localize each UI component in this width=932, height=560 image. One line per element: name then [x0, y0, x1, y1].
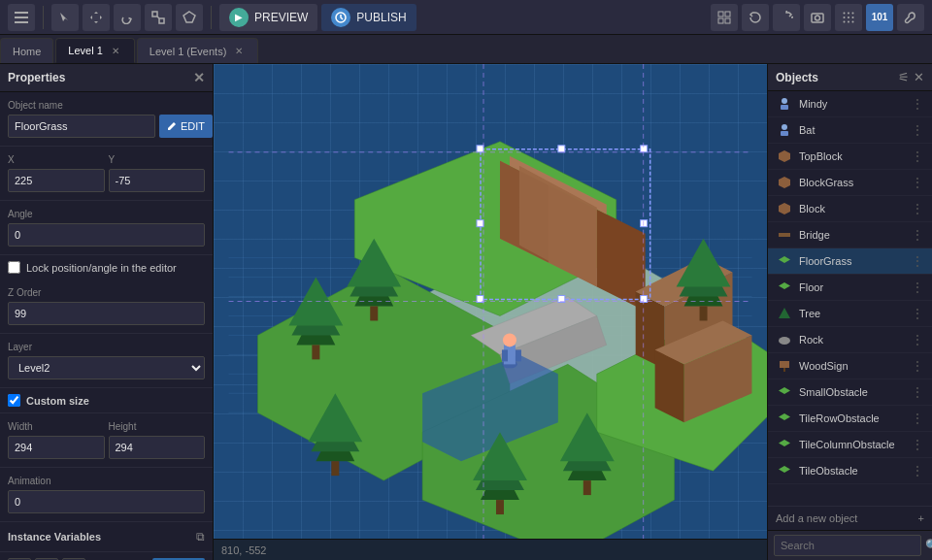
object-menu-icon[interactable]: ⋮ — [911, 96, 924, 112]
object-menu-icon[interactable]: ⋮ — [911, 358, 924, 374]
properties-title: Properties — [8, 71, 65, 84]
coordinates-text: 810, -552 — [221, 544, 266, 556]
list-item[interactable]: Rock⋮ — [768, 327, 932, 353]
object-type-icon — [776, 383, 793, 401]
animation-input[interactable] — [8, 490, 205, 513]
move-tool-icon[interactable] — [83, 4, 110, 31]
object-menu-icon[interactable]: ⋮ — [911, 122, 924, 138]
object-menu-icon[interactable]: ⋮ — [911, 201, 924, 216]
search-input[interactable] — [774, 535, 921, 556]
properties-close[interactable]: ✕ — [193, 70, 205, 85]
object-menu-icon[interactable]: ⋮ — [911, 306, 924, 321]
object-menu-icon[interactable]: ⋮ — [911, 384, 924, 400]
svg-rect-1 — [15, 16, 28, 18]
object-menu-icon[interactable]: ⋮ — [911, 280, 924, 295]
list-item[interactable]: Mindy⋮ — [768, 91, 932, 117]
list-item[interactable]: BlockGrass⋮ — [768, 170, 932, 196]
y-label: Y — [109, 154, 206, 165]
rotate-tool-icon[interactable] — [114, 4, 141, 31]
list-item[interactable]: TileObstacle⋮ — [768, 458, 932, 484]
width-input[interactable] — [8, 436, 105, 459]
custom-size-checkbox[interactable] — [8, 394, 20, 407]
tab-level1[interactable]: Level 1 ✕ — [55, 38, 134, 63]
preview-button[interactable]: ▶ PREVIEW — [219, 4, 317, 31]
objects-panel: Objects ⚟ ✕ Mindy⋮Bat⋮TopBlock⋮BlockGras… — [767, 64, 932, 560]
object-item-name: TileObstacle — [799, 465, 905, 477]
canvas-area[interactable]: 810, -552 — [214, 64, 767, 560]
height-input[interactable] — [109, 436, 206, 459]
redo-icon[interactable] — [773, 4, 800, 31]
list-item[interactable]: Tree⋮ — [768, 301, 932, 327]
object-item-name: TileColumnObstacle — [799, 439, 905, 450]
objects-list: Mindy⋮Bat⋮TopBlock⋮BlockGrass⋮Block⋮Brid… — [768, 91, 932, 506]
svg-point-15 — [848, 12, 849, 14]
object-menu-icon[interactable]: ⋮ — [911, 332, 924, 347]
angle-input[interactable] — [8, 223, 205, 247]
publish-button[interactable]: PUBLISH — [321, 4, 416, 31]
list-item[interactable]: Floor⋮ — [768, 275, 932, 301]
layer-select[interactable]: Level2 Level1 Level0 — [8, 356, 205, 379]
angle-label: Angle — [8, 209, 205, 219]
svg-rect-76 — [583, 480, 591, 495]
menu-icon[interactable] — [8, 4, 35, 31]
object-menu-icon[interactable]: ⋮ — [911, 175, 924, 190]
dots-grid-icon[interactable] — [835, 4, 862, 31]
list-item[interactable]: Bridge⋮ — [768, 222, 932, 248]
object-item-name: Bridge — [799, 229, 905, 241]
select-tool-icon[interactable] — [51, 4, 79, 31]
search-icon[interactable]: 🔍 — [925, 539, 932, 552]
scale-tool-icon[interactable] — [145, 4, 172, 31]
objects-filter-icon[interactable]: ⚟ — [898, 70, 910, 84]
object-menu-icon[interactable]: ⋮ — [911, 411, 924, 426]
list-item[interactable]: TileColumnObstacle⋮ — [768, 432, 932, 458]
object-menu-icon[interactable]: ⋮ — [911, 463, 924, 478]
svg-point-18 — [848, 16, 849, 18]
svg-rect-2 — [15, 21, 28, 23]
instance-variables-label: Instance Variables — [8, 531, 101, 543]
instance-variables-external-icon[interactable]: ⧉ — [196, 530, 205, 544]
undo-icon[interactable] — [742, 4, 769, 31]
wrench-icon[interactable] — [897, 4, 924, 31]
object-name-label: Object name — [8, 100, 205, 111]
object-menu-icon[interactable]: ⋮ — [911, 437, 924, 452]
list-item[interactable]: Block⋮ — [768, 196, 932, 222]
tab-home[interactable]: Home — [0, 38, 53, 63]
objects-close-icon[interactable]: ✕ — [914, 70, 924, 84]
edit-points-icon[interactable] — [176, 4, 203, 31]
tab-level1-label: Level 1 — [68, 45, 102, 56]
list-item[interactable]: FloorGrass⋮ — [768, 248, 932, 275]
wh-section: Width Height — [0, 413, 213, 468]
version-badge: 101 — [866, 4, 893, 31]
svg-rect-60 — [370, 306, 378, 320]
y-input[interactable] — [109, 169, 206, 192]
tab-level1-events[interactable]: Level 1 (Events) ✕ — [137, 38, 258, 63]
svg-point-16 — [852, 12, 854, 14]
tab-level1-close[interactable]: ✕ — [109, 44, 122, 57]
svg-rect-89 — [477, 220, 483, 227]
object-type-icon — [776, 462, 793, 479]
z-order-input[interactable] — [8, 302, 205, 325]
list-item[interactable]: SmallObstacle⋮ — [768, 379, 932, 406]
svg-rect-10 — [718, 18, 723, 23]
x-input[interactable] — [8, 169, 105, 192]
lock-checkbox[interactable] — [8, 261, 20, 274]
object-type-icon — [776, 174, 793, 191]
svg-point-17 — [844, 16, 846, 18]
objects-search: 🔍 — [768, 530, 932, 560]
screenshot-icon[interactable] — [804, 4, 831, 31]
list-item[interactable]: Bat⋮ — [768, 117, 932, 144]
list-item[interactable]: WoodSign⋮ — [768, 353, 932, 379]
tab-level1-events-close[interactable]: ✕ — [232, 45, 246, 58]
object-menu-icon[interactable]: ⋮ — [911, 227, 924, 243]
object-menu-icon[interactable]: ⋮ — [911, 148, 924, 164]
list-item[interactable]: TileRowObstacle⋮ — [768, 406, 932, 432]
add-object-plus-icon[interactable]: + — [918, 512, 924, 524]
edit-button[interactable]: EDIT — [159, 115, 213, 138]
add-object-row[interactable]: Add a new object + — [768, 506, 932, 530]
list-item[interactable]: TopBlock⋮ — [768, 144, 932, 170]
svg-marker-6 — [183, 12, 195, 22]
object-name-input[interactable] — [8, 115, 155, 138]
svg-marker-110 — [779, 413, 790, 420]
grid-icon[interactable] — [711, 4, 738, 31]
object-menu-icon[interactable]: ⋮ — [911, 253, 924, 269]
